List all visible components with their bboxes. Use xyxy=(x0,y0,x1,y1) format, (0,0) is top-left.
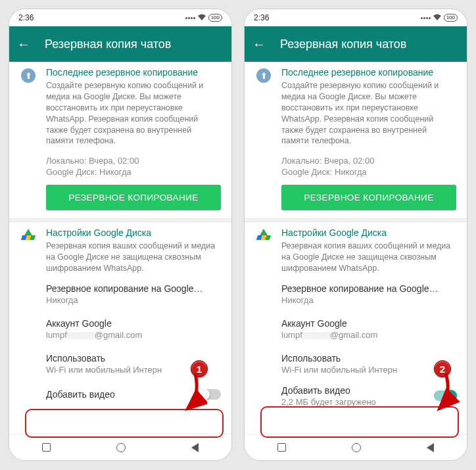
gdrive-settings-desc: Резервная копия ваших сообщений и медиа … xyxy=(281,241,456,274)
gdrive-icon xyxy=(22,229,35,241)
gdrive-icon xyxy=(257,229,270,241)
google-account-value: lumpf@gmail.com xyxy=(281,330,456,340)
backup-frequency-value: Никогда xyxy=(46,295,221,305)
local-backup-line: Локально: Вчера, 02:00 xyxy=(281,156,456,166)
google-account-title: Аккаунт Google xyxy=(281,318,456,329)
network-value: Wi-Fi или мобильный Интерн xyxy=(281,365,456,375)
content-area: ⬆ Последнее резервное копирование Создай… xyxy=(9,62,231,434)
wifi-icon xyxy=(197,14,206,22)
network-item[interactable]: Использовать Wi-Fi или мобильный Интерн xyxy=(245,346,467,381)
backup-frequency-item[interactable]: Резервное копирование на Google… Никогда xyxy=(9,277,231,312)
include-video-row[interactable]: Добавить видео 2,2 МБ будет загружено xyxy=(245,381,467,411)
callout-badge-2: 2 xyxy=(434,360,451,377)
backup-frequency-title: Резервное копирование на Google… xyxy=(281,283,456,294)
google-account-item[interactable]: Аккаунт Google lumpf@gmail.com xyxy=(9,312,231,346)
android-navbar xyxy=(245,434,467,460)
local-backup-line: Локально: Вчера, 02:00 xyxy=(46,156,221,166)
nav-back-icon[interactable] xyxy=(191,443,199,452)
nav-home-icon[interactable] xyxy=(116,443,126,452)
page-title: Резервная копия чатов xyxy=(280,37,406,51)
signal-icon xyxy=(185,17,195,19)
include-video-title: Добавить видео xyxy=(46,389,115,400)
back-arrow-icon[interactable]: ← xyxy=(17,37,30,52)
nav-recent-icon[interactable] xyxy=(277,443,286,452)
backup-frequency-title: Резервное копирование на Google… xyxy=(46,283,221,294)
callout-badge-1: 1 xyxy=(191,360,208,377)
last-backup-desc: Создайте резервную копию сообщений и мед… xyxy=(46,80,221,147)
status-time: 2:36 xyxy=(254,13,269,22)
include-video-toggle[interactable] xyxy=(199,389,221,400)
upload-icon: ⬆ xyxy=(256,68,271,83)
battery-indicator: 100 xyxy=(444,14,458,22)
content-area: ⬆ Последнее резервное копирование Создай… xyxy=(245,62,467,434)
include-video-toggle[interactable] xyxy=(434,390,456,401)
include-video-row[interactable]: Добавить видео xyxy=(9,381,231,408)
battery-indicator: 100 xyxy=(208,14,222,22)
gdrive-settings-title: Настройки Google Диска xyxy=(46,227,221,238)
google-account-item[interactable]: Аккаунт Google lumpf@gmail.com xyxy=(245,312,467,346)
google-account-value: lumpf@gmail.com xyxy=(46,330,221,340)
backup-button[interactable]: РЕЗЕРВНОЕ КОПИРОВАНИЕ xyxy=(46,185,221,210)
phone-left: 2:36 100 ← Резервная копия чатов ⬆ После… xyxy=(9,9,231,460)
signal-icon xyxy=(421,17,431,19)
last-backup-title: Последнее резервное копирование xyxy=(281,67,456,78)
back-arrow-icon[interactable]: ← xyxy=(252,37,266,52)
gdrive-settings-title: Настройки Google Диска xyxy=(281,227,456,238)
android-navbar xyxy=(9,434,231,460)
status-bar: 2:36 100 xyxy=(245,9,467,26)
gdrive-backup-line: Google Диск: Никогда xyxy=(281,167,456,177)
include-video-title: Добавить видео xyxy=(281,385,376,396)
gdrive-backup-line: Google Диск: Никогда xyxy=(46,167,221,177)
backup-frequency-value: Никогда xyxy=(281,295,456,305)
status-bar: 2:36 100 xyxy=(9,9,231,26)
nav-recent-icon[interactable] xyxy=(42,443,51,452)
nav-home-icon[interactable] xyxy=(352,443,361,452)
upload-icon: ⬆ xyxy=(21,68,36,83)
app-header: ← Резервная копия чатов xyxy=(245,26,467,62)
backup-button[interactable]: РЕЗЕРВНОЕ КОПИРОВАНИЕ xyxy=(281,185,456,210)
include-video-sub: 2,2 МБ будет загружено xyxy=(281,397,376,407)
google-account-title: Аккаунт Google xyxy=(46,318,221,329)
phone-right: 2:36 100 ← Резервная копия чатов ⬆ После… xyxy=(245,9,467,460)
last-backup-desc: Создайте резервную копию сообщений и мед… xyxy=(281,80,456,147)
gdrive-settings-desc: Резервная копия ваших сообщений и медиа … xyxy=(46,241,221,274)
last-backup-title: Последнее резервное копирование xyxy=(46,67,221,78)
wifi-icon xyxy=(433,14,442,22)
app-header: ← Резервная копия чатов xyxy=(9,26,231,62)
network-title: Использовать xyxy=(281,353,456,364)
status-time: 2:36 xyxy=(18,13,34,22)
nav-back-icon[interactable] xyxy=(427,443,434,452)
page-title: Резервная копия чатов xyxy=(45,37,171,51)
backup-frequency-item[interactable]: Резервное копирование на Google… Никогда xyxy=(245,277,467,312)
